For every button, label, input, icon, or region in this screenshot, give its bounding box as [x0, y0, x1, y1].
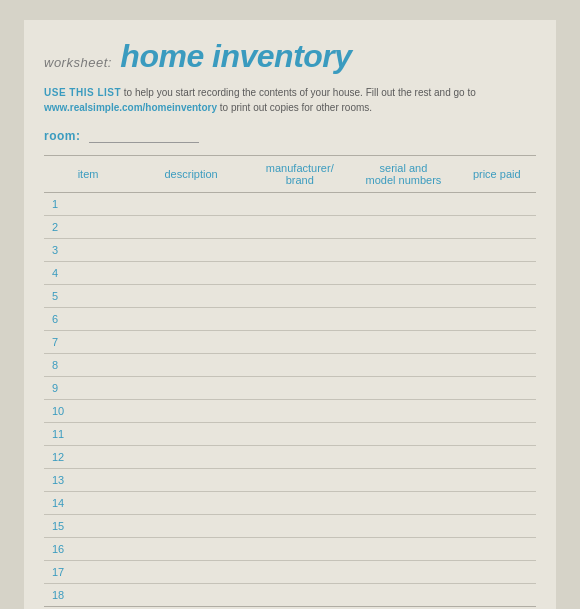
table-cell[interactable]	[349, 584, 457, 607]
room-input-line[interactable]	[89, 129, 199, 143]
table-cell[interactable]	[349, 561, 457, 584]
table-cell[interactable]	[250, 561, 349, 584]
table-cell[interactable]	[458, 584, 537, 607]
table-row[interactable]: 15	[44, 515, 536, 538]
table-cell[interactable]	[132, 308, 250, 331]
table-cell[interactable]	[132, 492, 250, 515]
table-cell[interactable]	[458, 423, 537, 446]
table-cell[interactable]	[250, 193, 349, 216]
table-row[interactable]: 2	[44, 216, 536, 239]
table-cell[interactable]	[250, 584, 349, 607]
table-cell[interactable]	[250, 377, 349, 400]
table-cell[interactable]	[132, 538, 250, 561]
table-cell[interactable]	[250, 423, 349, 446]
room-row: room:	[44, 129, 536, 143]
table-cell[interactable]	[349, 193, 457, 216]
table-row[interactable]: 4	[44, 262, 536, 285]
table-cell[interactable]	[250, 492, 349, 515]
table-cell[interactable]	[349, 377, 457, 400]
worksheet-label: worksheet:	[44, 55, 112, 70]
table-cell[interactable]	[132, 262, 250, 285]
row-number: 2	[44, 216, 132, 239]
table-cell[interactable]	[458, 377, 537, 400]
table-cell[interactable]	[132, 193, 250, 216]
table-cell[interactable]	[349, 331, 457, 354]
table-cell[interactable]	[349, 538, 457, 561]
table-cell[interactable]	[250, 331, 349, 354]
table-row[interactable]: 8	[44, 354, 536, 377]
table-cell[interactable]	[349, 446, 457, 469]
table-cell[interactable]	[250, 239, 349, 262]
use-this-list-label: USE THIS LIST	[44, 87, 121, 98]
table-row[interactable]: 1	[44, 193, 536, 216]
table-cell[interactable]	[132, 239, 250, 262]
table-cell[interactable]	[250, 262, 349, 285]
table-row[interactable]: 9	[44, 377, 536, 400]
table-cell[interactable]	[250, 354, 349, 377]
table-row[interactable]: 10	[44, 400, 536, 423]
table-cell[interactable]	[458, 515, 537, 538]
table-cell[interactable]	[458, 469, 537, 492]
table-row[interactable]: 5	[44, 285, 536, 308]
table-cell[interactable]	[349, 285, 457, 308]
table-cell[interactable]	[458, 308, 537, 331]
table-cell[interactable]	[132, 216, 250, 239]
table-cell[interactable]	[458, 193, 537, 216]
table-cell[interactable]	[250, 515, 349, 538]
table-cell[interactable]	[132, 377, 250, 400]
table-row[interactable]: 13	[44, 469, 536, 492]
table-row[interactable]: 16	[44, 538, 536, 561]
table-cell[interactable]	[132, 515, 250, 538]
table-cell[interactable]	[458, 400, 537, 423]
table-cell[interactable]	[250, 446, 349, 469]
table-cell[interactable]	[132, 469, 250, 492]
table-cell[interactable]	[458, 538, 537, 561]
col-header-price: price paid	[458, 156, 537, 193]
table-cell[interactable]	[349, 492, 457, 515]
table-row[interactable]: 7	[44, 331, 536, 354]
table-cell[interactable]	[458, 216, 537, 239]
table-cell[interactable]	[132, 561, 250, 584]
table-cell[interactable]	[250, 469, 349, 492]
table-cell[interactable]	[132, 331, 250, 354]
table-cell[interactable]	[132, 584, 250, 607]
title-row: worksheet: home inventory	[44, 38, 536, 75]
table-cell[interactable]	[349, 423, 457, 446]
table-row[interactable]: 14	[44, 492, 536, 515]
table-cell[interactable]	[349, 400, 457, 423]
table-cell[interactable]	[349, 262, 457, 285]
table-header-row: item description manufacturer/brand seri…	[44, 156, 536, 193]
table-row[interactable]: 6	[44, 308, 536, 331]
table-cell[interactable]	[349, 354, 457, 377]
table-row[interactable]: 12	[44, 446, 536, 469]
table-cell[interactable]	[458, 492, 537, 515]
table-cell[interactable]	[458, 262, 537, 285]
table-cell[interactable]	[250, 400, 349, 423]
table-cell[interactable]	[458, 354, 537, 377]
table-cell[interactable]	[349, 515, 457, 538]
col-header-serial: serial andmodel numbers	[349, 156, 457, 193]
table-cell[interactable]	[250, 216, 349, 239]
table-cell[interactable]	[132, 285, 250, 308]
table-cell[interactable]	[458, 331, 537, 354]
table-row[interactable]: 3	[44, 239, 536, 262]
table-row[interactable]: 11	[44, 423, 536, 446]
table-cell[interactable]	[349, 216, 457, 239]
table-cell[interactable]	[349, 239, 457, 262]
table-cell[interactable]	[458, 446, 537, 469]
table-cell[interactable]	[132, 423, 250, 446]
table-cell[interactable]	[250, 538, 349, 561]
table-cell[interactable]	[132, 400, 250, 423]
table-cell[interactable]	[458, 239, 537, 262]
table-cell[interactable]	[132, 354, 250, 377]
table-cell[interactable]	[458, 561, 537, 584]
table-cell[interactable]	[458, 285, 537, 308]
table-row[interactable]: 18	[44, 584, 536, 607]
table-cell[interactable]	[250, 308, 349, 331]
table-cell[interactable]	[349, 469, 457, 492]
table-cell[interactable]	[250, 285, 349, 308]
table-row[interactable]: 17	[44, 561, 536, 584]
instructions-link: www.realsimple.com/homeinventory	[44, 102, 217, 113]
table-cell[interactable]	[349, 308, 457, 331]
table-cell[interactable]	[132, 446, 250, 469]
